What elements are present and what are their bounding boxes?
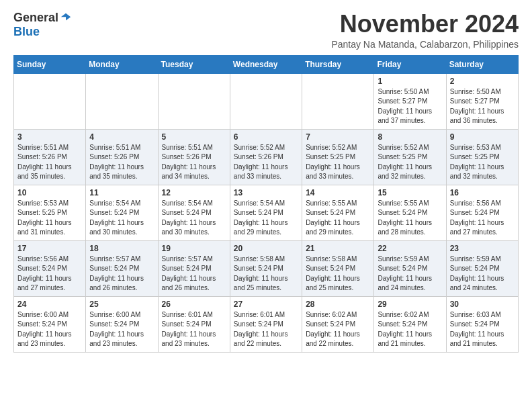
day-number: 30 xyxy=(450,300,515,309)
calendar-cell-3-2: 19Sunrise: 5:57 AM Sunset: 5:24 PM Dayli… xyxy=(158,240,230,296)
day-number: 12 xyxy=(162,188,226,197)
day-info: Sunrise: 5:55 AM Sunset: 5:24 PM Dayligh… xyxy=(306,199,370,238)
week-row-5: 24Sunrise: 6:00 AM Sunset: 5:24 PM Dayli… xyxy=(14,296,519,352)
day-info: Sunrise: 6:00 AM Sunset: 5:24 PM Dayligh… xyxy=(89,310,154,349)
day-number: 15 xyxy=(378,188,442,197)
day-number: 4 xyxy=(89,132,154,142)
day-number: 19 xyxy=(162,244,226,253)
day-info: Sunrise: 5:54 AM Sunset: 5:24 PM Dayligh… xyxy=(162,199,226,238)
day-info: Sunrise: 5:53 AM Sunset: 5:25 PM Dayligh… xyxy=(450,143,515,182)
logo-general: General xyxy=(13,11,58,25)
day-info: Sunrise: 5:54 AM Sunset: 5:24 PM Dayligh… xyxy=(89,199,154,238)
day-number: 2 xyxy=(450,77,515,86)
day-info: Sunrise: 5:52 AM Sunset: 5:25 PM Dayligh… xyxy=(306,143,370,182)
week-row-1: 1Sunrise: 5:50 AM Sunset: 5:27 PM Daylig… xyxy=(14,73,519,129)
col-saturday: Saturday xyxy=(446,55,518,73)
calendar-cell-1-4: 7Sunrise: 5:52 AM Sunset: 5:25 PM Daylig… xyxy=(302,129,374,185)
day-number: 26 xyxy=(162,300,226,309)
col-monday: Monday xyxy=(86,55,158,73)
day-number: 1 xyxy=(378,77,442,86)
day-info: Sunrise: 6:02 AM Sunset: 5:24 PM Dayligh… xyxy=(306,310,370,349)
svg-marker-0 xyxy=(61,13,71,20)
calendar-cell-1-3: 6Sunrise: 5:52 AM Sunset: 5:26 PM Daylig… xyxy=(230,129,302,185)
day-number: 3 xyxy=(17,132,82,142)
calendar-cell-4-3: 27Sunrise: 6:01 AM Sunset: 5:24 PM Dayli… xyxy=(230,296,302,352)
day-info: Sunrise: 5:51 AM Sunset: 5:26 PM Dayligh… xyxy=(162,143,226,182)
calendar-cell-2-1: 11Sunrise: 5:54 AM Sunset: 5:24 PM Dayli… xyxy=(86,185,158,240)
day-number: 29 xyxy=(378,300,442,309)
calendar-cell-2-0: 10Sunrise: 5:53 AM Sunset: 5:25 PM Dayli… xyxy=(14,185,86,240)
calendar-table: Sunday Monday Tuesday Wednesday Thursday… xyxy=(13,55,519,353)
day-number: 5 xyxy=(162,132,226,142)
day-info: Sunrise: 5:52 AM Sunset: 5:25 PM Dayligh… xyxy=(378,143,442,182)
day-number: 7 xyxy=(306,132,370,142)
week-row-4: 17Sunrise: 5:56 AM Sunset: 5:24 PM Dayli… xyxy=(14,240,519,296)
day-info: Sunrise: 6:03 AM Sunset: 5:24 PM Dayligh… xyxy=(450,310,515,349)
calendar-cell-4-4: 28Sunrise: 6:02 AM Sunset: 5:24 PM Dayli… xyxy=(302,296,374,352)
calendar-cell-1-2: 5Sunrise: 5:51 AM Sunset: 5:26 PM Daylig… xyxy=(158,129,230,185)
day-number: 14 xyxy=(306,188,370,197)
day-number: 21 xyxy=(306,244,370,253)
day-info: Sunrise: 5:59 AM Sunset: 5:24 PM Dayligh… xyxy=(450,255,515,293)
day-info: Sunrise: 5:57 AM Sunset: 5:24 PM Dayligh… xyxy=(89,255,154,293)
logo-blue: Blue xyxy=(13,25,40,39)
calendar-cell-1-6: 9Sunrise: 5:53 AM Sunset: 5:25 PM Daylig… xyxy=(446,129,518,185)
day-number: 8 xyxy=(378,132,442,142)
day-info: Sunrise: 5:52 AM Sunset: 5:26 PM Dayligh… xyxy=(234,143,298,182)
calendar-header-row: Sunday Monday Tuesday Wednesday Thursday… xyxy=(14,55,519,73)
calendar-cell-0-3 xyxy=(230,73,302,129)
day-number: 11 xyxy=(89,188,154,197)
calendar-cell-2-3: 13Sunrise: 5:54 AM Sunset: 5:24 PM Dayli… xyxy=(230,185,302,240)
day-info: Sunrise: 5:50 AM Sunset: 5:27 PM Dayligh… xyxy=(450,87,515,126)
day-number: 20 xyxy=(234,244,298,253)
location-subtitle: Pantay Na Matanda, Calabarzon, Philippin… xyxy=(331,39,519,50)
day-info: Sunrise: 5:55 AM Sunset: 5:24 PM Dayligh… xyxy=(378,199,442,238)
month-title: November 2024 xyxy=(331,11,519,38)
day-info: Sunrise: 5:59 AM Sunset: 5:24 PM Dayligh… xyxy=(378,255,442,293)
day-number: 17 xyxy=(17,244,82,253)
col-thursday: Thursday xyxy=(302,55,374,73)
day-number: 10 xyxy=(17,188,82,197)
calendar-cell-1-1: 4Sunrise: 5:51 AM Sunset: 5:26 PM Daylig… xyxy=(86,129,158,185)
week-row-3: 10Sunrise: 5:53 AM Sunset: 5:25 PM Dayli… xyxy=(14,185,519,240)
day-info: Sunrise: 6:02 AM Sunset: 5:24 PM Dayligh… xyxy=(378,310,442,349)
calendar-cell-3-0: 17Sunrise: 5:56 AM Sunset: 5:24 PM Dayli… xyxy=(14,240,86,296)
header: General Blue November 2024 Pantay Na Mat… xyxy=(13,11,519,50)
day-number: 9 xyxy=(450,132,515,142)
calendar-cell-4-6: 30Sunrise: 6:03 AM Sunset: 5:24 PM Dayli… xyxy=(446,296,518,352)
week-row-2: 3Sunrise: 5:51 AM Sunset: 5:26 PM Daylig… xyxy=(14,129,519,185)
day-number: 22 xyxy=(378,244,442,253)
day-info: Sunrise: 5:50 AM Sunset: 5:27 PM Dayligh… xyxy=(378,87,442,126)
calendar-cell-4-2: 26Sunrise: 6:01 AM Sunset: 5:24 PM Dayli… xyxy=(158,296,230,352)
day-number: 16 xyxy=(450,188,515,197)
logo-flag-icon xyxy=(60,12,72,24)
calendar-cell-4-0: 24Sunrise: 6:00 AM Sunset: 5:24 PM Dayli… xyxy=(14,296,86,352)
calendar-cell-3-3: 20Sunrise: 5:58 AM Sunset: 5:24 PM Dayli… xyxy=(230,240,302,296)
day-info: Sunrise: 5:57 AM Sunset: 5:24 PM Dayligh… xyxy=(162,255,226,293)
calendar-cell-1-0: 3Sunrise: 5:51 AM Sunset: 5:26 PM Daylig… xyxy=(14,129,86,185)
col-wednesday: Wednesday xyxy=(230,55,302,73)
day-info: Sunrise: 5:51 AM Sunset: 5:26 PM Dayligh… xyxy=(89,143,154,182)
day-info: Sunrise: 5:53 AM Sunset: 5:25 PM Dayligh… xyxy=(17,199,82,238)
day-info: Sunrise: 6:01 AM Sunset: 5:24 PM Dayligh… xyxy=(234,310,298,349)
page: General Blue November 2024 Pantay Na Mat… xyxy=(0,0,532,366)
calendar-cell-1-5: 8Sunrise: 5:52 AM Sunset: 5:25 PM Daylig… xyxy=(374,129,446,185)
day-info: Sunrise: 5:56 AM Sunset: 5:24 PM Dayligh… xyxy=(17,255,82,293)
day-number: 23 xyxy=(450,244,515,253)
calendar-cell-3-6: 23Sunrise: 5:59 AM Sunset: 5:24 PM Dayli… xyxy=(446,240,518,296)
calendar-cell-0-0 xyxy=(14,73,86,129)
logo: General Blue xyxy=(13,11,72,39)
day-number: 25 xyxy=(89,300,154,309)
day-number: 27 xyxy=(234,300,298,309)
calendar-cell-2-2: 12Sunrise: 5:54 AM Sunset: 5:24 PM Dayli… xyxy=(158,185,230,240)
calendar-cell-3-5: 22Sunrise: 5:59 AM Sunset: 5:24 PM Dayli… xyxy=(374,240,446,296)
day-info: Sunrise: 5:51 AM Sunset: 5:26 PM Dayligh… xyxy=(17,143,82,182)
calendar-cell-3-4: 21Sunrise: 5:58 AM Sunset: 5:24 PM Dayli… xyxy=(302,240,374,296)
calendar-cell-2-5: 15Sunrise: 5:55 AM Sunset: 5:24 PM Dayli… xyxy=(374,185,446,240)
calendar-cell-0-2 xyxy=(158,73,230,129)
calendar-cell-4-1: 25Sunrise: 6:00 AM Sunset: 5:24 PM Dayli… xyxy=(86,296,158,352)
day-number: 24 xyxy=(17,300,82,309)
day-info: Sunrise: 5:58 AM Sunset: 5:24 PM Dayligh… xyxy=(234,255,298,293)
calendar-cell-0-5: 1Sunrise: 5:50 AM Sunset: 5:27 PM Daylig… xyxy=(374,73,446,129)
title-section: November 2024 Pantay Na Matanda, Calabar… xyxy=(331,11,519,50)
